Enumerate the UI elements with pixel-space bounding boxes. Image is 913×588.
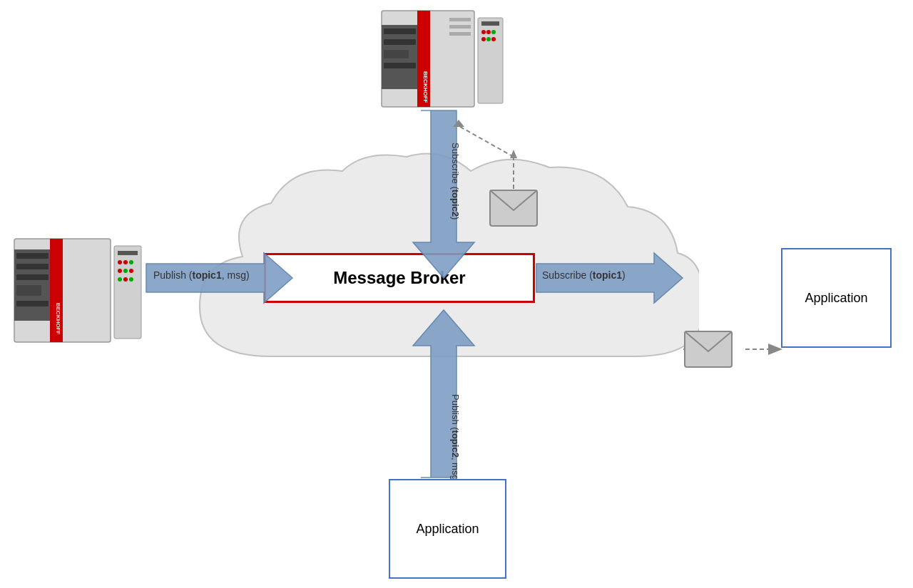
svg-marker-51 bbox=[510, 150, 517, 158]
application-bottom-label: Application bbox=[416, 522, 479, 537]
envelope-right bbox=[683, 330, 733, 372]
application-right-label: Application bbox=[805, 291, 867, 306]
svg-line-52 bbox=[456, 125, 514, 157]
publish-left-label: Publish (topic1, msg) bbox=[153, 269, 250, 281]
envelope-top bbox=[489, 189, 539, 231]
publish-bottom-label: Publish (topic2, msg) bbox=[450, 394, 461, 483]
application-bottom-box: Application bbox=[389, 479, 506, 579]
diagram-container: Message Broker bbox=[0, 0, 913, 588]
svg-marker-48 bbox=[413, 110, 474, 278]
application-right-box: Application bbox=[781, 248, 892, 348]
subscribe-top-label: Subscribe (topic2) bbox=[450, 143, 461, 220]
svg-marker-49 bbox=[413, 310, 474, 478]
subscribe-right-label: Subscribe (topic1) bbox=[542, 269, 626, 281]
